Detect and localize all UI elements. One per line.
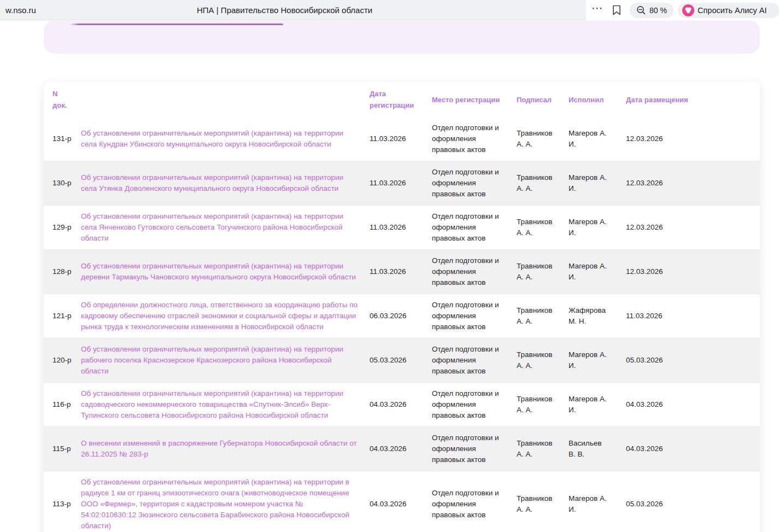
registration-date: 11.03.2026 <box>370 222 432 233</box>
publish-date: 12.03.2026 <box>626 266 751 277</box>
ask-alice-label: Спросить Алису AI <box>698 6 767 15</box>
signer-name: Травников А. А. <box>517 438 569 460</box>
registration-place: Отдел подготовки и оформления правовых а… <box>432 432 517 465</box>
doc-number: 116-р <box>52 399 81 410</box>
executor-name: Жафярова М. Н. <box>569 305 626 327</box>
publish-date: 12.03.2026 <box>626 178 751 189</box>
table-row: 120-р Об установлении ограничительных ме… <box>44 338 760 382</box>
document-link[interactable]: Об определении должностного лица, ответс… <box>81 301 358 331</box>
header-executor: Исполнил <box>569 94 626 106</box>
table-row: 129-р Об установлении ограничительных ме… <box>44 205 760 249</box>
executor-name: Магеров А. И. <box>569 493 626 515</box>
publish-date: 05.03.2026 <box>626 499 751 510</box>
browser-bar: w.nso.ru НПА | Правительство Новосибирск… <box>0 0 779 21</box>
doc-number: 131-р <box>52 133 81 144</box>
browser-menu-icon[interactable]: ⋯ <box>591 2 604 15</box>
document-link[interactable]: Об установлении ограничительных мероприя… <box>81 262 356 281</box>
executor-name: Магеров А. И. <box>569 217 626 238</box>
table-row: 130-р Об установлении ограничительных ме… <box>44 161 760 205</box>
ask-alice-button[interactable]: Спросить Алису AI <box>678 3 779 18</box>
table-row: 128-р Об установлении ограничительных ме… <box>44 249 760 294</box>
executor-name: Магеров А. И. <box>569 128 626 150</box>
table-row: 115-р О внесении изменений в распоряжени… <box>44 426 760 471</box>
table-body: 131-р Об установлении ограничительных ме… <box>44 117 760 532</box>
publish-date: 04.03.2026 <box>626 399 751 410</box>
zoom-control[interactable]: 80 % <box>630 3 673 18</box>
zoom-level-value: 80 % <box>649 6 667 15</box>
table-row: 116-р Об установлении ограничительных ме… <box>44 382 760 426</box>
registration-place: Отдел подготовки и оформления правовых а… <box>432 488 517 521</box>
alice-icon <box>682 4 694 16</box>
table-row: 121-р Об определении должностного лица, … <box>44 294 760 338</box>
registration-place: Отдел подготовки и оформления правовых а… <box>432 388 517 421</box>
doc-number: 128-р <box>52 266 81 277</box>
document-link[interactable]: Об установлении ограничительных мероприя… <box>81 345 343 375</box>
document-link[interactable]: Об установлении ограничительных мероприя… <box>81 173 343 192</box>
signer-name: Травников А. А. <box>517 349 569 371</box>
signer-name: Травников А. А. <box>517 217 569 238</box>
document-link[interactable]: Об установлении ограничительных мероприя… <box>81 129 343 148</box>
header-publish-date: Дата размещения <box>626 94 751 106</box>
publish-date: 05.03.2026 <box>626 355 751 366</box>
registration-place: Отдел подготовки и оформления правовых а… <box>432 344 517 377</box>
address-bar[interactable]: w.nso.ru <box>5 5 36 15</box>
doc-number: 115-р <box>52 443 81 454</box>
document-link[interactable]: Об установлении ограничительных мероприя… <box>81 212 343 242</box>
header-registration-place: Место регистрации <box>432 94 517 106</box>
executor-name: Магеров А. И. <box>569 349 626 371</box>
page-header-panel <box>44 20 760 54</box>
document-link[interactable]: Об установлении ограничительных мероприя… <box>81 478 349 530</box>
table-header-row: N док. Дата регистрации Место регистраци… <box>44 82 760 117</box>
publish-date: 04.03.2026 <box>626 443 751 454</box>
publish-date: 12.03.2026 <box>626 133 751 144</box>
zoom-out-icon <box>636 5 646 15</box>
signer-name: Травников А. А. <box>517 394 569 416</box>
registration-date: 04.03.2026 <box>370 443 432 454</box>
publish-date: 11.03.2026 <box>626 311 751 321</box>
registration-date: 11.03.2026 <box>370 178 432 189</box>
doc-number: 120-р <box>52 355 81 366</box>
doc-number: 113-р <box>52 499 81 510</box>
registration-date: 04.03.2026 <box>370 399 432 410</box>
registration-place: Отдел подготовки и оформления правовых а… <box>432 122 517 155</box>
registration-date: 11.03.2026 <box>370 133 432 144</box>
doc-number: 130-р <box>52 178 81 189</box>
header-signer: Подписал <box>517 94 569 106</box>
registration-date: 06.03.2026 <box>370 311 432 321</box>
registration-place: Отдел подготовки и оформления правовых а… <box>432 255 517 288</box>
signer-name: Травников А. А. <box>517 261 569 283</box>
bookmark-icon[interactable] <box>612 5 621 15</box>
doc-number: 129-р <box>52 222 81 233</box>
table-row: 113-р Об установлении ограничительных ме… <box>44 471 760 532</box>
table-row: 131-р Об установлении ограничительных ме… <box>44 117 760 161</box>
signer-name: Травников А. А. <box>517 128 569 150</box>
executor-name: Васильев В. В. <box>569 438 626 460</box>
tab-title: НПА | Правительство Новосибирской област… <box>197 5 372 15</box>
executor-name: Магеров А. И. <box>569 172 626 194</box>
registration-place: Отдел подготовки и оформления правовых а… <box>432 300 517 332</box>
registration-date: 05.03.2026 <box>370 355 432 366</box>
registration-date: 04.03.2026 <box>370 499 432 510</box>
search-field-underline <box>70 24 283 25</box>
signer-name: Травников А. А. <box>517 172 569 194</box>
doc-number: 121-р <box>52 311 81 321</box>
signer-name: Травников А. А. <box>517 493 569 515</box>
publish-date: 12.03.2026 <box>626 222 751 233</box>
document-link[interactable]: Об установлении ограничительных мероприя… <box>81 389 343 419</box>
registration-place: Отдел подготовки и оформления правовых а… <box>432 167 517 200</box>
signer-name: Травников А. А. <box>517 305 569 327</box>
header-doc-number: N док. <box>52 88 81 111</box>
executor-name: Магеров А. И. <box>569 261 626 283</box>
registration-date: 11.03.2026 <box>370 266 432 277</box>
documents-table: N док. Дата регистрации Место регистраци… <box>44 82 760 532</box>
document-link[interactable]: О внесении изменений в распоряжение Губе… <box>81 439 357 458</box>
executor-name: Магеров А. И. <box>569 394 626 416</box>
header-registration-date: Дата регистрации <box>370 88 432 111</box>
registration-place: Отдел подготовки и оформления правовых а… <box>432 211 517 244</box>
